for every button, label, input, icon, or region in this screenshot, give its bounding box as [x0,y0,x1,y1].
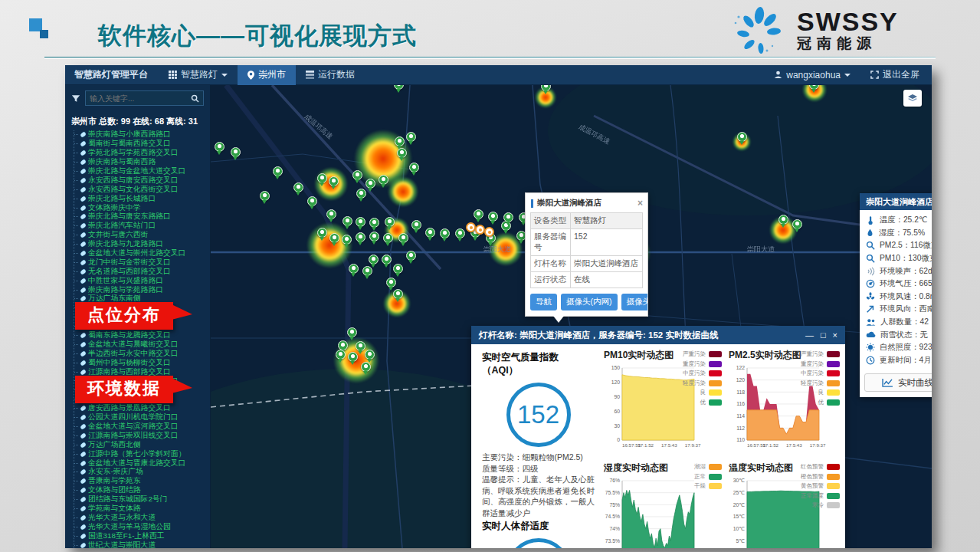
map-pin[interactable] [503,212,513,222]
tree-item[interactable]: 崇庆北路汽车站门口 [74,222,210,231]
map-pin[interactable] [406,132,416,142]
map-pin[interactable] [342,235,352,245]
tree-item[interactable]: 中胜世家与兴盛路路口 [74,276,210,285]
map-canvas[interactable]: 成温邛高速成温邛高速崇阳大道崇阳大道崇阳大道G4202 崇阳大道涧峰酒店 × 设… [211,85,932,548]
map-pin[interactable] [778,215,788,225]
map-pin[interactable] [369,255,379,264]
map-pin[interactable] [352,170,362,180]
map-pin[interactable] [349,264,359,274]
map-pin[interactable] [356,341,365,351]
layers-button[interactable] [903,90,922,107]
filter-icon[interactable] [71,94,80,104]
tree-item[interactable]: 永安西路与唐安西路交叉口 [74,176,210,185]
tree-item[interactable]: 崇庆北路与长城路口 [74,194,210,203]
map-pin[interactable] [411,220,421,230]
tree-item[interactable]: 永安西路与文化西街交叉口 [74,185,210,194]
tree-item[interactable]: 崇庆北路与金盆地大道交叉口 [74,167,210,176]
tree-item[interactable]: 国道318至F1-上林西工 [74,531,210,540]
tree-item[interactable]: 江源南路与崇双旧线交叉口 [74,431,210,440]
exit-fullscreen-button[interactable]: 退出全屏 [860,65,932,85]
tree-item[interactable]: 世纪大道与崇阳大道 [74,540,210,548]
tree-item[interactable]: 团结路与东城国际2号门 [74,495,210,504]
map-pin[interactable] [317,173,327,183]
tree-item[interactable]: 金盆地大道与晨曦街交叉口 [74,340,210,349]
tree-item[interactable]: 崇庆北路与九龙路路口 [74,240,210,249]
map-pin[interactable] [409,163,419,172]
map-pin[interactable] [792,219,802,229]
tree-item[interactable]: 公园大道四川机电学院门口 [74,413,210,422]
tree-item[interactable]: 永安东-崇庆广场 [74,468,210,477]
tree-item[interactable]: 文体路与团结路 [74,486,210,495]
tree-item[interactable]: 学苑南与文体路 [74,504,210,514]
tree-item[interactable]: 崇庆南路与小康西路路口 [74,130,210,140]
tree-item[interactable]: 蜀南街与蜀南西路交叉口 [74,140,210,149]
map-pin[interactable] [488,212,498,222]
search-icon[interactable] [191,94,199,103]
tree-item[interactable]: 崇庆南路与蜀南西路 [74,158,210,167]
close-icon[interactable]: × [833,330,837,340]
map-pin[interactable] [356,189,366,199]
tree-item[interactable]: 蜀南东路与龙腾路交叉口 [74,331,210,340]
tree-item[interactable]: 唐安西路与景凰路交叉口 [74,404,210,413]
map-pin[interactable] [425,228,435,238]
map-pin[interactable] [329,176,339,186]
tree-item[interactable]: 崇庆北路与唐安东路路口 [74,212,210,222]
map-pin[interactable] [260,191,270,201]
search-input[interactable] [90,94,191,103]
map-cluster-pin[interactable] [475,225,485,235]
map-pin[interactable] [356,217,365,227]
map-pin[interactable] [347,327,357,337]
tree-item[interactable]: 半边西街与永安中路交叉口 [74,349,210,358]
map-pin[interactable] [293,182,303,192]
tree-item[interactable]: 文井街与唐六西街 [74,231,210,240]
map-pin[interactable] [369,218,379,228]
map-pin[interactable] [393,264,403,274]
map-pin[interactable] [379,175,388,185]
tree-root-summary[interactable]: 崇州市 总数: 99 在线: 68 离线: 31 [70,113,210,130]
map-pin[interactable] [383,233,393,243]
map-pin[interactable] [365,179,375,189]
map-pin[interactable] [326,209,336,219]
map-pin[interactable] [329,233,339,243]
map-pin[interactable] [382,255,392,264]
tree-item[interactable]: 江源中路（第七小学斜对面） [74,449,210,458]
nav-item-智慧路灯[interactable]: 智慧路灯 [159,65,238,85]
map-pin[interactable] [362,266,372,276]
map-pin[interactable] [317,228,327,238]
map-pin[interactable] [215,142,225,152]
nav-item-运行数据[interactable]: 运行数据 [296,65,365,85]
map-pin[interactable] [356,232,365,242]
tree-item[interactable]: 晋康南与学苑东 [74,477,210,486]
map-pin[interactable] [393,289,403,299]
tree-item[interactable]: 光华大道与永和大道 [74,513,210,522]
map-pin[interactable] [395,136,405,146]
popup-button-1[interactable]: 摄像头(内网) [561,294,618,310]
tree-item[interactable]: 金盆地大道与滨河路交叉口 [74,422,210,432]
realtime-curve-button[interactable]: 实时曲线数据 [864,373,932,392]
map-pin[interactable] [398,233,408,243]
popup-close-icon[interactable]: × [637,199,643,207]
map-pin[interactable] [369,232,379,242]
popup-button-2[interactable]: 摄像头(外网) [621,294,648,310]
tree-item[interactable]: 金盆地大道与晋康北路交叉口 [74,458,210,468]
tree-item[interactable]: 光华大道与羊马湿地公园 [74,522,210,531]
popup-button-0[interactable]: 导航 [530,294,557,310]
tree-item[interactable]: 龙门中街与金带街交叉口 [74,258,210,267]
tree-item[interactable]: 金盆地大道与崇州北路交叉口 [74,249,210,258]
tree-item[interactable]: 万达广场西北侧 [74,440,210,449]
map-pin[interactable] [406,251,416,261]
tree-item[interactable]: 无名道路与西部路交叉口 [74,267,210,276]
map-pin[interactable] [231,147,241,157]
map-pin[interactable] [361,362,371,372]
tree-item[interactable]: 学苑北路与学苑西路交叉口 [74,149,210,158]
nav-item-崇州市[interactable]: 崇州市 [238,65,296,85]
map-pin[interactable] [455,228,465,238]
tree-item[interactable]: 文体路崇庆中学 [74,203,210,212]
map-pin[interactable] [386,278,396,288]
map-pin[interactable] [385,217,395,227]
map-pin[interactable] [307,196,317,206]
tree-item[interactable]: 蜀州中路与杨柳街交叉口 [74,358,210,367]
map-cluster-pin[interactable] [484,227,494,237]
map-pin[interactable] [343,216,352,226]
user-menu[interactable]: wangxiaohua [764,65,860,85]
